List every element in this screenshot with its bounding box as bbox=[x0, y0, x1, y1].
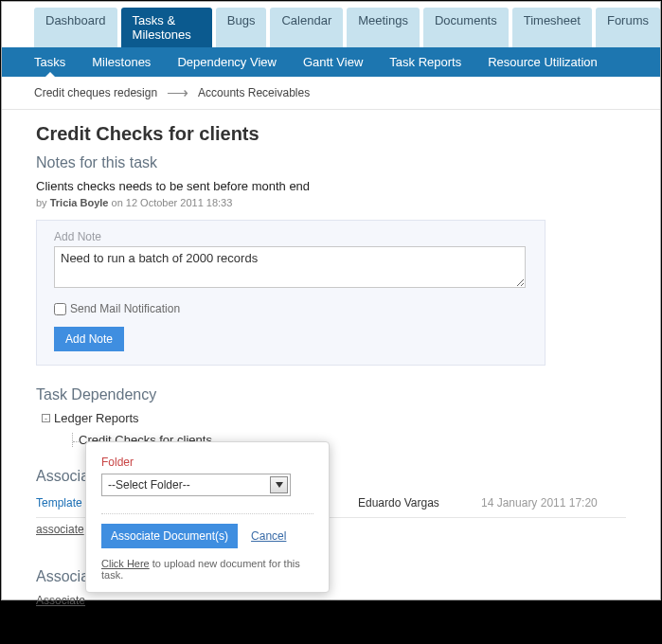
subtab-dependency-view[interactable]: Dependency View bbox=[177, 55, 277, 69]
tree-parent-label[interactable]: Ledger Reports bbox=[54, 411, 139, 425]
document-author: Eduardo Vargas bbox=[358, 496, 481, 510]
tab-tasks-milestones[interactable]: Tasks & Milestones bbox=[121, 8, 212, 47]
note-date: 12 October 2011 18:33 bbox=[126, 197, 233, 208]
popup-folder-label: Folder bbox=[101, 456, 313, 469]
chevron-down-icon[interactable] bbox=[270, 476, 288, 493]
add-note-label: Add Note bbox=[54, 230, 528, 243]
associate-document-popup: Folder --Select Folder-- Associate Docum… bbox=[85, 441, 330, 593]
send-mail-checkbox[interactable] bbox=[54, 303, 66, 315]
tree-collapse-icon[interactable]: - bbox=[42, 414, 50, 422]
cancel-link[interactable]: Cancel bbox=[251, 529, 286, 543]
note-title: Clients checks needs to be sent before m… bbox=[36, 179, 626, 193]
section-dependency-title: Task Dependency bbox=[36, 386, 626, 403]
svg-marker-0 bbox=[276, 482, 283, 488]
click-here-link[interactable]: Click Here bbox=[101, 558, 150, 569]
top-nav: Dashboard Tasks & Milestones Bugs Calend… bbox=[2, 2, 660, 47]
note-by-prefix: by bbox=[36, 197, 50, 208]
add-note-panel: Add Note Send Mail Notification Add Note bbox=[36, 220, 546, 366]
arrow-right-icon: ⟶ bbox=[167, 85, 188, 100]
document-date: 14 January 2011 17:20 bbox=[481, 496, 598, 510]
tab-forums[interactable]: Forums bbox=[596, 8, 660, 47]
tab-meetings[interactable]: Meetings bbox=[347, 8, 420, 47]
subtab-resource-utilization[interactable]: Resource Utilization bbox=[488, 55, 598, 69]
add-note-button[interactable]: Add Note bbox=[54, 327, 124, 351]
breadcrumb-parent[interactable]: Credit cheques redesign bbox=[34, 86, 157, 99]
folder-select-value: --Select Folder-- bbox=[102, 478, 270, 492]
subtab-tasks[interactable]: Tasks bbox=[34, 55, 65, 69]
upload-hint: Click Here to upload new document for th… bbox=[101, 558, 313, 581]
folder-select[interactable]: --Select Folder-- bbox=[101, 474, 291, 496]
subtab-gantt-view[interactable]: Gantt View bbox=[303, 55, 363, 69]
associate-documents-button[interactable]: Associate Document(s) bbox=[101, 524, 238, 548]
associate-document-link[interactable]: associate bbox=[36, 523, 84, 536]
note-textarea[interactable] bbox=[54, 246, 526, 288]
tab-calendar[interactable]: Calendar bbox=[270, 8, 343, 47]
note-on-prefix: on bbox=[108, 197, 125, 208]
associate-forum-link[interactable]: Associate bbox=[36, 594, 85, 607]
page-title: Credit Checks for clients bbox=[36, 123, 626, 145]
note-meta: by Tricia Boyle on 12 October 2011 18:33 bbox=[36, 197, 626, 208]
sub-nav: Tasks Milestones Dependency View Gantt V… bbox=[2, 47, 660, 77]
subtab-milestones[interactable]: Milestones bbox=[92, 55, 151, 69]
popup-divider bbox=[101, 513, 313, 514]
subtab-task-reports[interactable]: Task Reports bbox=[389, 55, 461, 69]
section-notes-title: Notes for this task bbox=[36, 154, 626, 171]
send-mail-label: Send Mail Notification bbox=[70, 302, 180, 315]
note-author: Tricia Boyle bbox=[50, 197, 109, 208]
tab-dashboard[interactable]: Dashboard bbox=[34, 8, 117, 47]
tab-timesheet[interactable]: Timesheet bbox=[512, 8, 592, 47]
breadcrumb: Credit cheques redesign ⟶ Accounts Recei… bbox=[2, 77, 660, 110]
tab-documents[interactable]: Documents bbox=[423, 8, 509, 47]
breadcrumb-child[interactable]: Accounts Receivables bbox=[198, 86, 310, 99]
tab-bugs[interactable]: Bugs bbox=[216, 8, 267, 47]
